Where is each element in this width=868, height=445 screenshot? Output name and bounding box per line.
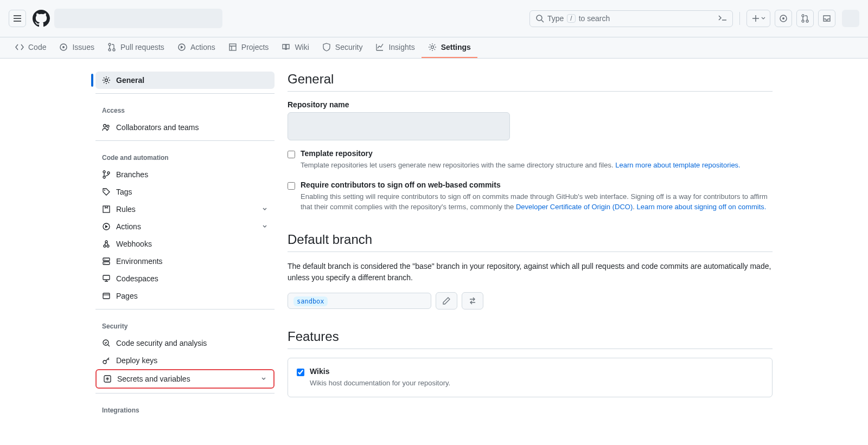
rules-icon bbox=[102, 205, 111, 214]
svg-point-4 bbox=[802, 20, 804, 22]
github-logo[interactable] bbox=[33, 10, 50, 27]
sidebar-actions[interactable]: Actions bbox=[95, 218, 275, 235]
browser-icon bbox=[102, 292, 111, 300]
svg-point-0 bbox=[537, 15, 542, 21]
pencil-icon bbox=[442, 296, 451, 305]
avatar[interactable] bbox=[842, 10, 859, 27]
svg-rect-31 bbox=[103, 293, 110, 299]
sidebar-collaborators[interactable]: Collaborators and teams bbox=[95, 119, 275, 136]
signoff-desc: Enabling this setting will require contr… bbox=[301, 191, 773, 212]
wikis-checkbox[interactable] bbox=[297, 369, 304, 376]
svg-rect-26 bbox=[103, 258, 110, 261]
repo-name-label: Repository name bbox=[288, 100, 773, 109]
sidebar-code-heading: Code and automation bbox=[95, 145, 275, 166]
play-icon bbox=[102, 222, 111, 231]
svg-point-15 bbox=[104, 125, 106, 127]
issues-button[interactable] bbox=[775, 10, 792, 27]
template-desc: Template repositories let users generate… bbox=[301, 160, 773, 171]
svg-point-10 bbox=[113, 49, 115, 51]
signoff-checkbox[interactable] bbox=[288, 182, 295, 190]
svg-point-20 bbox=[104, 190, 105, 191]
default-branch-name: sandbox bbox=[288, 293, 431, 309]
sidebar-rules[interactable]: Rules bbox=[95, 201, 275, 218]
svg-rect-30 bbox=[103, 275, 110, 280]
svg-point-9 bbox=[108, 49, 111, 51]
switch-branch-button[interactable] bbox=[462, 292, 483, 309]
hamburger-menu[interactable] bbox=[9, 10, 26, 27]
tab-security[interactable]: Security bbox=[316, 37, 369, 58]
default-branch-heading: Default branch bbox=[288, 232, 773, 252]
repo-nav: Code Issues Pull requests Actions Projec… bbox=[0, 37, 868, 59]
sidebar-code-security[interactable]: Code security and analysis bbox=[95, 334, 275, 352]
switch-icon bbox=[468, 296, 477, 305]
command-palette-icon[interactable] bbox=[718, 14, 727, 24]
svg-point-5 bbox=[806, 20, 808, 22]
sidebar-deploy-keys[interactable]: Deploy keys bbox=[95, 352, 275, 369]
tab-insights[interactable]: Insights bbox=[369, 37, 421, 58]
create-new-button[interactable] bbox=[746, 10, 770, 27]
sidebar-secrets[interactable]: Secrets and variables bbox=[97, 370, 273, 388]
sidebar-integrations-heading: Integrations bbox=[95, 398, 275, 418]
general-heading: General bbox=[288, 72, 773, 92]
branch-icon bbox=[102, 170, 111, 179]
svg-point-19 bbox=[107, 172, 110, 174]
sidebar-codespaces[interactable]: Codespaces bbox=[95, 270, 275, 287]
sidebar-tags[interactable]: Tags bbox=[95, 183, 275, 201]
server-icon bbox=[102, 257, 111, 266]
svg-point-29 bbox=[104, 263, 105, 263]
search-input[interactable]: Type / to search bbox=[529, 10, 733, 27]
tab-code[interactable]: Code bbox=[9, 37, 53, 58]
signoff-title: Require contributors to sign off on web-… bbox=[301, 180, 773, 189]
svg-point-16 bbox=[107, 125, 109, 127]
template-learn-link[interactable]: Learn more about template repositories. bbox=[615, 161, 741, 169]
svg-rect-21 bbox=[103, 206, 110, 212]
tab-pulls[interactable]: Pull requests bbox=[101, 37, 171, 58]
tab-actions[interactable]: Actions bbox=[171, 37, 222, 58]
svg-point-3 bbox=[802, 15, 804, 17]
repo-name-input[interactable] bbox=[288, 112, 510, 140]
tab-settings[interactable]: Settings bbox=[422, 37, 477, 58]
search-placeholder-before: Type bbox=[547, 14, 564, 23]
wikis-desc: Wikis host documentation for your reposi… bbox=[310, 378, 763, 389]
key-icon bbox=[102, 356, 111, 365]
gear-icon bbox=[102, 76, 111, 85]
codescan-icon bbox=[102, 339, 111, 347]
dco-link[interactable]: Developer Certificate of Origin (DCO) bbox=[516, 203, 633, 211]
chevron-down-icon bbox=[261, 206, 268, 212]
tab-wiki[interactable]: Wiki bbox=[275, 37, 315, 58]
chevron-down-icon bbox=[260, 376, 267, 382]
asterisk-icon bbox=[103, 375, 112, 383]
sidebar-webhooks[interactable]: Webhooks bbox=[95, 235, 275, 253]
svg-rect-12 bbox=[229, 44, 236, 50]
svg-point-7 bbox=[62, 46, 65, 48]
sidebar-access-heading: Access bbox=[95, 98, 275, 119]
inbox-button[interactable] bbox=[818, 10, 835, 27]
sidebar-general[interactable]: General bbox=[95, 72, 275, 89]
svg-point-8 bbox=[108, 43, 111, 46]
sidebar-security-heading: Security bbox=[95, 314, 275, 334]
rename-branch-button[interactable] bbox=[436, 292, 457, 309]
svg-point-18 bbox=[103, 176, 105, 178]
svg-point-17 bbox=[103, 171, 105, 173]
svg-rect-27 bbox=[103, 262, 110, 265]
svg-point-28 bbox=[104, 259, 105, 260]
sidebar-branches[interactable]: Branches bbox=[95, 166, 275, 183]
tab-projects[interactable]: Projects bbox=[222, 37, 276, 58]
template-checkbox[interactable] bbox=[288, 151, 295, 158]
tag-icon bbox=[102, 188, 111, 196]
pull-requests-button[interactable] bbox=[796, 10, 814, 27]
breadcrumb-placeholder bbox=[54, 9, 222, 28]
search-kbd: / bbox=[567, 14, 575, 23]
tab-issues[interactable]: Issues bbox=[53, 37, 100, 58]
sidebar-pages[interactable]: Pages bbox=[95, 287, 275, 305]
wikis-title: Wikis bbox=[310, 367, 763, 376]
webhook-icon bbox=[102, 240, 111, 248]
divider bbox=[739, 12, 740, 25]
sidebar-environments[interactable]: Environments bbox=[95, 253, 275, 270]
svg-point-23 bbox=[104, 245, 106, 247]
svg-point-13 bbox=[431, 46, 433, 49]
signoff-learn-link[interactable]: Learn more about signing off on commits. bbox=[636, 203, 766, 211]
features-heading: Features bbox=[288, 329, 773, 349]
settings-sidebar: General Access Collaborators and teams C… bbox=[95, 72, 275, 418]
svg-point-24 bbox=[107, 245, 109, 247]
